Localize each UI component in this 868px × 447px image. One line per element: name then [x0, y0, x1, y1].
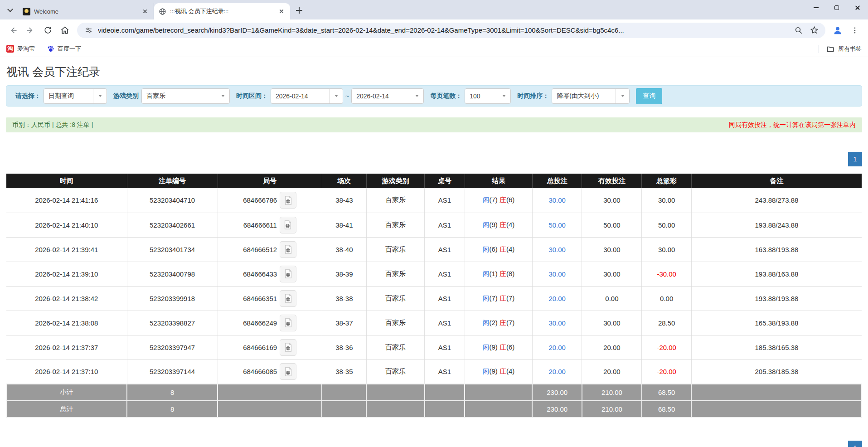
url-text[interactable]: videoie.com/game/betrecord_search/kind3?…: [98, 26, 789, 34]
round-number-cell: 684666512: [218, 237, 322, 262]
tab-search-chevron-icon[interactable]: [4, 4, 16, 16]
address-bar[interactable]: videoie.com/game/betrecord_search/kind3?…: [77, 23, 825, 38]
sort-select[interactable]: 降幂(由大到小): [552, 88, 630, 104]
balance-note: 193.88/163.88: [691, 262, 862, 286]
table-header-cell: 局号: [218, 174, 322, 188]
pagination-bottom-page-1[interactable]: 1: [848, 441, 862, 447]
tab-close-icon[interactable]: [141, 7, 149, 15]
bookmark-taobao[interactable]: 淘 爱淘宝: [6, 45, 35, 53]
total-bet-link[interactable]: 30.00: [548, 270, 566, 278]
bet-time: 2026-02-14 21:38:08: [6, 311, 127, 335]
subtotal-count: 8: [127, 384, 218, 401]
video-replay-button[interactable]: [280, 315, 296, 331]
bookmark-baidu[interactable]: 百度一下: [47, 45, 81, 53]
table-header-cell: 结果: [465, 174, 532, 188]
total-count: 8: [127, 401, 218, 418]
video-replay-button[interactable]: [280, 339, 296, 356]
round-number: 684666249: [243, 319, 277, 327]
video-replay-button[interactable]: [280, 241, 296, 258]
window-minimize-button[interactable]: [805, 0, 826, 15]
round-number: 684666085: [243, 368, 277, 375]
browser-tab-welcome[interactable]: Welcome: [18, 3, 154, 19]
player-result: 闲: [482, 221, 489, 228]
payout-amount: 0.00: [642, 286, 691, 311]
query-type-label: 请选择：: [15, 92, 41, 100]
video-replay-button[interactable]: [280, 363, 296, 380]
tab-title: Welcome: [34, 8, 137, 15]
new-tab-button[interactable]: [293, 4, 305, 17]
total-bet-link[interactable]: 30.00: [548, 196, 566, 204]
payout-amount: 28.50: [642, 311, 691, 335]
player-result: 闲: [482, 343, 489, 351]
result-cell: 闲(6) 庄(4): [465, 237, 532, 262]
page-title: 视讯 会员下注纪录: [6, 64, 862, 79]
game-kind-label: 游戏类别: [113, 92, 139, 100]
game-kind-select[interactable]: 百家乐: [141, 88, 230, 104]
result-cell: 闲(7) 庄(7): [465, 286, 532, 311]
window-maximize-button[interactable]: [826, 0, 847, 15]
tab-close-icon[interactable]: [277, 7, 286, 15]
balance-note: 193.88/193.88: [691, 286, 862, 311]
search-button[interactable]: 查询: [636, 88, 662, 104]
forward-button[interactable]: [23, 23, 38, 38]
window-close-button[interactable]: [847, 0, 868, 15]
subtotal-row: 小计 8 230.00 210.00 68.50: [6, 384, 862, 401]
round-number-cell: 684666611: [218, 213, 322, 237]
table-header-cell: 总派彩: [642, 174, 691, 188]
tab-title: :::视讯 会员下注纪录:::: [170, 7, 274, 15]
round-number: 684666611: [243, 221, 277, 229]
video-replay-button[interactable]: [280, 290, 296, 307]
total-bet-link[interactable]: 50.00: [548, 221, 566, 229]
home-button[interactable]: [58, 23, 72, 38]
bet-time: 2026-02-14 21:37:37: [6, 335, 127, 360]
date-start-select[interactable]: 2026-02-14: [271, 88, 343, 104]
balance-note: 165.38/193.88: [691, 311, 862, 335]
game-kind: 百家乐: [366, 360, 424, 384]
payout-amount: -30.00: [642, 262, 691, 286]
result-cell: 闲(9) 庄(4): [465, 213, 532, 237]
result-cell: 闲(1) 庄(8): [465, 262, 532, 286]
subtotal-total-bet: 230.00: [532, 384, 582, 401]
video-replay-button[interactable]: [280, 192, 296, 209]
total-bet-link[interactable]: 20.00: [548, 368, 566, 375]
query-type-select[interactable]: 日期查询: [44, 88, 107, 104]
browser-menu-icon[interactable]: [848, 23, 862, 38]
round-number-cell: 684666786: [218, 188, 322, 213]
bookmark-label: 爱淘宝: [17, 45, 35, 53]
bookmark-star-icon[interactable]: [808, 24, 820, 36]
total-bet-link[interactable]: 30.00: [548, 246, 566, 253]
table-number: AS1: [425, 286, 465, 311]
bookmarks-divider: [819, 45, 819, 53]
table-number: AS1: [425, 360, 465, 384]
round-number-cell: 684666169: [218, 335, 322, 360]
session-number: 38-36: [322, 335, 366, 360]
browser-tab-betrecord[interactable]: :::视讯 会员下注纪录:::: [154, 3, 290, 19]
site-settings-icon[interactable]: [82, 24, 94, 36]
zoom-icon[interactable]: [793, 24, 805, 36]
game-kind: 百家乐: [366, 335, 424, 360]
payout-amount: 30.00: [642, 237, 691, 262]
video-replay-button[interactable]: [280, 266, 296, 282]
per-page-select[interactable]: 100: [465, 88, 511, 104]
round-number: 684666786: [243, 196, 277, 204]
query-type-value: 日期查询: [44, 89, 93, 103]
subtotal-label: 小计: [6, 384, 127, 401]
total-bet-link[interactable]: 20.00: [548, 344, 566, 351]
total-bet-link[interactable]: 30.00: [548, 319, 566, 327]
valid-bet: 30.00: [582, 262, 642, 286]
back-button[interactable]: [6, 23, 20, 38]
result-cell: 闲(9) 庄(6): [465, 335, 532, 360]
video-replay-button[interactable]: [280, 217, 296, 233]
date-end-select[interactable]: 2026-02-14: [351, 88, 424, 104]
reload-button[interactable]: [40, 23, 55, 38]
banker-result: 庄: [499, 343, 506, 351]
all-bookmarks-label[interactable]: 所有书签: [838, 45, 862, 53]
player-result: 闲: [482, 245, 489, 253]
valid-bet: 20.00: [582, 360, 642, 384]
total-valid-bet: 210.00: [582, 401, 642, 418]
total-bet-link[interactable]: 20.00: [548, 295, 566, 302]
pagination-page-1[interactable]: 1: [848, 152, 862, 166]
bet-number: 523203402661: [127, 213, 218, 237]
player-result: 闲: [482, 270, 489, 277]
profile-avatar-icon[interactable]: [830, 23, 845, 38]
